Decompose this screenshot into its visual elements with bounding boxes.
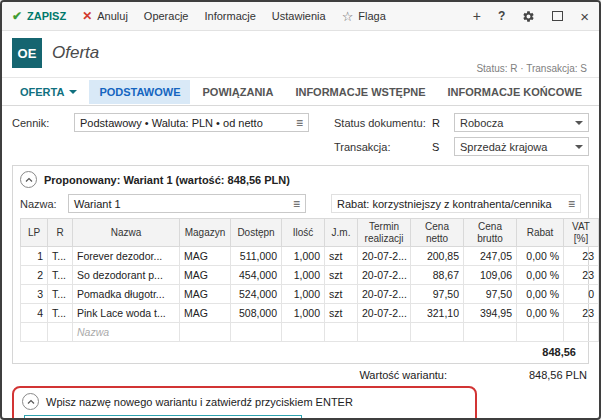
menu-informacje[interactable]: Informacje (204, 10, 255, 22)
table-cell: 247,05 (464, 247, 517, 266)
table-cell: 524,000 (231, 285, 282, 304)
maximize-icon[interactable] (552, 11, 563, 21)
table-cell: szt (325, 285, 358, 304)
column-header[interactable]: Ilość (282, 219, 325, 247)
table-cell: 0 (564, 285, 599, 304)
transakcja-select-value: Sprzedaż krajowa (460, 141, 547, 153)
column-header[interactable]: Nazwa (73, 219, 180, 247)
table-cell (517, 323, 564, 342)
column-header[interactable]: Rabat (517, 219, 564, 247)
table-cell: 0,00 % (517, 266, 564, 285)
page-title: Oferta (52, 43, 99, 63)
table-cell: 321,10 (411, 304, 464, 323)
table-header-row: LPRNazwaMagazynDostępnIlośćJ.m.Termin re… (21, 219, 601, 247)
transakcja-code-field[interactable]: S (432, 141, 454, 153)
rabat-value: Rabat: korzystniejszy z kontrahenta/cenn… (337, 198, 552, 210)
menu-operacje[interactable]: Operacje (144, 10, 189, 22)
open-list-icon[interactable]: ≡ (287, 197, 300, 211)
chevron-down-icon (575, 121, 583, 125)
table-cell (411, 323, 464, 342)
status-select[interactable]: Robocza (454, 113, 589, 132)
flag-button[interactable]: ☆ Flaga (342, 9, 386, 24)
chevron-down-icon (575, 145, 583, 149)
tab-powiazania[interactable]: POWIĄZANIA (192, 80, 283, 104)
column-header[interactable]: Dostępn (231, 219, 282, 247)
variant-name-field[interactable]: Wariant 1 ≡ (68, 194, 306, 213)
table-cell (358, 323, 411, 342)
table-cell: So dezodorant p... (73, 266, 180, 285)
table-cell: 3 (21, 285, 48, 304)
menu-ustawienia[interactable]: Ustawienia (272, 10, 326, 22)
content: Cennik: Podstawowy • Waluta: PLN • od ne… (2, 106, 599, 420)
status-select-value: Robocza (460, 117, 503, 129)
table-cell (325, 323, 358, 342)
table-cell: 1,000 (282, 285, 325, 304)
transakcja-select[interactable]: Sprzedaż krajowa (454, 137, 589, 156)
help-icon[interactable]: ? (498, 9, 505, 23)
table-row[interactable]: 1T...Forever dezodor...MAG511,0001,000sz… (21, 247, 601, 266)
table-row[interactable]: 3T...Pomadka długotr...MAG524,0001,000sz… (21, 285, 601, 304)
table-cell: 23 (564, 247, 599, 266)
status-code-field[interactable]: R (432, 117, 454, 129)
column-header[interactable]: VAT [%] (564, 219, 599, 247)
table-cell: 1,000 (282, 247, 325, 266)
new-variant-prompt: Wpisz nazwę nowego wariantu i zatwierdź … (46, 396, 353, 408)
form-area: Cennik: Podstawowy • Waluta: PLN • od ne… (12, 113, 589, 161)
x-icon: ✕ (82, 9, 92, 23)
table-cell: 508,000 (231, 304, 282, 323)
save-button[interactable]: ✔ ZAPISZ (12, 9, 66, 23)
table-cell: T... (48, 285, 73, 304)
tab-oferta[interactable]: OFERTA (10, 80, 87, 104)
open-list-icon[interactable]: ≡ (562, 197, 575, 211)
variant-total-row: Wartość wariantu: 848,56 PLN (14, 369, 587, 381)
tab-oferta-label: OFERTA (20, 86, 64, 98)
table-cell (180, 323, 231, 342)
cennik-value: Podstawowy • Waluta: PLN • od netto (80, 117, 263, 129)
new-variant-input[interactable] (24, 415, 302, 420)
column-header[interactable]: Cena netto (411, 219, 464, 247)
star-icon: ☆ (342, 9, 354, 24)
table-cell (21, 323, 48, 342)
table-cell: 20-07-2... (358, 266, 411, 285)
table-cell (282, 323, 325, 342)
tab-podstawowe[interactable]: PODSTAWOWE (89, 80, 190, 104)
tab-informacje-koncowe[interactable]: INFORMACJE KOŃCOWE (438, 80, 592, 104)
table-cell: 88,67 (411, 266, 464, 285)
column-header[interactable]: R (48, 219, 73, 247)
toolbar-right-icons: + ? × (473, 9, 589, 24)
column-header[interactable]: LP (21, 219, 48, 247)
table-cell: Pomadka długotr... (73, 285, 180, 304)
close-icon[interactable]: × (580, 9, 589, 24)
table-cell: 1,000 (282, 304, 325, 323)
table-row[interactable]: 4T...Pink Lace woda t...MAG508,0001,000s… (21, 304, 601, 323)
transakcja-label: Transakcja: (334, 141, 432, 153)
open-list-icon[interactable]: ≡ (290, 116, 303, 130)
table-cell: 0,00 % (517, 285, 564, 304)
table-cell: 20-07-2... (358, 304, 411, 323)
collapse-icon[interactable] (22, 393, 39, 410)
variant-section: Proponowany: Wariant 1 (wartość: 848,56 … (12, 165, 589, 364)
annotation-highlight: Wpisz nazwę nowego wariantu i zatwierdź … (12, 386, 477, 420)
gear-icon[interactable] (522, 10, 535, 23)
table-cell: 1 (21, 247, 48, 266)
tab-informacje-wstepne[interactable]: INFORMACJE WSTĘPNE (285, 80, 435, 104)
table-row[interactable]: 2T...So dezodorant p...MAG454,0001,000sz… (21, 266, 601, 285)
variant-total-value: 848,56 PLN (517, 369, 587, 381)
table-cell: Forever dezodor... (73, 247, 180, 266)
column-header[interactable]: Cena brutto (464, 219, 517, 247)
variant-total-label: Wartość wariantu: (359, 369, 447, 381)
table-cell: 0,00 % (517, 247, 564, 266)
table-cell: 20-07-2... (358, 247, 411, 266)
table-row-new[interactable]: Nazwa (21, 323, 601, 342)
cennik-field[interactable]: Podstawowy • Waluta: PLN • od netto ≡ (74, 113, 309, 132)
add-icon[interactable]: + (473, 9, 481, 23)
column-header[interactable]: J.m. (325, 219, 358, 247)
column-header[interactable]: Termin realizacji (358, 219, 411, 247)
collapse-icon[interactable] (20, 171, 37, 188)
column-header[interactable]: Magazyn (180, 219, 231, 247)
table-cell: 454,000 (231, 266, 282, 285)
rabat-field[interactable]: Rabat: korzystniejszy z kontrahenta/cenn… (331, 194, 581, 213)
cancel-button[interactable]: ✕ Anuluj (82, 9, 128, 23)
table-cell: szt (325, 266, 358, 285)
table-cell: 200,85 (411, 247, 464, 266)
